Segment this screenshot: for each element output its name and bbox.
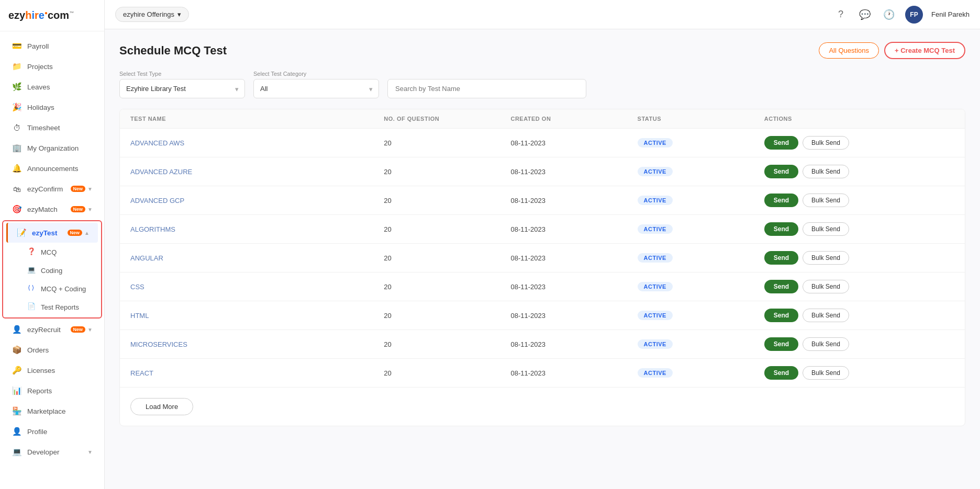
main-content: ezyhire Offerings ▾ ? 💬 🕐 FP Fenil Parek…	[105, 0, 980, 489]
sidebar-item-label: ezyRecruit	[27, 326, 68, 334]
avatar[interactable]: FP	[905, 6, 923, 24]
chevron-down-icon: ▾	[177, 10, 181, 18]
sidebar-item-label: Projects	[27, 63, 93, 71]
cell-actions: Send Bulk Send	[764, 194, 954, 207]
search-input[interactable]	[387, 79, 586, 98]
load-more-button[interactable]: Load More	[130, 398, 193, 415]
bulk-send-button[interactable]: Bulk Send	[803, 194, 849, 207]
send-button[interactable]: Send	[764, 280, 798, 293]
send-button[interactable]: Send	[764, 309, 798, 322]
send-button[interactable]: Send	[764, 337, 798, 351]
all-questions-button[interactable]: All Questions	[819, 42, 879, 59]
send-button[interactable]: Send	[764, 366, 798, 380]
bulk-send-button[interactable]: Bulk Send	[803, 222, 849, 236]
orders-icon: 📦	[12, 345, 22, 355]
col-test-name: TEST NAME	[130, 116, 384, 122]
sidebar-item-orders[interactable]: 📦 Orders	[3, 340, 101, 360]
create-mcq-button[interactable]: + Create MCQ Test	[884, 42, 965, 59]
send-button[interactable]: Send	[764, 194, 798, 207]
cell-status: ACTIVE	[638, 311, 764, 320]
test-category-label: Select Test Category	[253, 71, 379, 77]
bulk-send-button[interactable]: Bulk Send	[803, 280, 849, 293]
send-button[interactable]: Send	[764, 136, 798, 150]
page-header: Schedule MCQ Test All Questions + Create…	[119, 42, 965, 59]
sidebar-item-ezymatch[interactable]: 🎯 ezyMatch New ▼	[3, 199, 101, 219]
history-icon[interactable]: 🕐	[881, 7, 897, 22]
sidebar-item-profile[interactable]: 👤 Profile	[3, 422, 101, 441]
cell-test-name: REACT	[130, 369, 384, 377]
sidebar-item-leaves[interactable]: 🌿 Leaves	[3, 77, 101, 97]
sidebar-item-label: Holidays	[27, 104, 93, 111]
offerings-dropdown[interactable]: ezyhire Offerings ▾	[115, 7, 189, 22]
sidebar-item-label: Reports	[27, 387, 93, 395]
cell-num-questions: 20	[384, 312, 510, 320]
bulk-send-button[interactable]: Bulk Send	[803, 366, 849, 380]
send-button[interactable]: Send	[764, 165, 798, 178]
chevron-down-icon: ▼	[87, 449, 93, 455]
bulk-send-button[interactable]: Bulk Send	[803, 251, 849, 265]
cell-status: ACTIVE	[638, 368, 764, 378]
bulk-send-button[interactable]: Bulk Send	[803, 165, 849, 178]
send-button[interactable]: Send	[764, 251, 798, 265]
cell-status: ACTIVE	[638, 253, 764, 263]
cell-created-on: 08-11-2023	[510, 254, 637, 262]
table-row: ANGULAR 20 08-11-2023 ACTIVE Send Bulk S…	[120, 244, 965, 272]
cell-num-questions: 20	[384, 369, 510, 377]
sidebar-item-developer[interactable]: 💻 Developer ▼	[3, 442, 101, 462]
col-created-on: CREATED ON	[510, 116, 637, 122]
sidebar-item-mcq[interactable]: ❓ MCQ	[6, 243, 98, 261]
filter-row: Select Test Type Ezyhire Library Test Cu…	[119, 71, 965, 98]
help-icon[interactable]: ?	[833, 7, 849, 22]
sidebar-item-mcq-coding[interactable]: ⟨⟩ MCQ + Coding	[6, 280, 98, 298]
sidebar-item-holidays[interactable]: 🎉 Holidays	[3, 97, 101, 117]
cell-created-on: 08-11-2023	[510, 197, 637, 204]
ezymatch-icon: 🎯	[12, 204, 22, 214]
test-type-select[interactable]: Ezyhire Library Test Custom Test	[119, 79, 245, 98]
status-badge: ACTIVE	[638, 368, 673, 378]
sidebar-item-coding[interactable]: 💻 Coding	[6, 261, 98, 279]
ezytest-icon: 📝	[16, 228, 27, 238]
sidebar-item-test-reports[interactable]: 📄 Test Reports	[6, 298, 98, 316]
test-category-select[interactable]: All Programming Cloud Web	[253, 79, 379, 98]
status-badge: ACTIVE	[638, 167, 673, 176]
chevron-down-icon: ▼	[87, 186, 93, 192]
sidebar-item-projects[interactable]: 📁 Projects	[3, 56, 101, 76]
send-button[interactable]: Send	[764, 222, 798, 236]
coding-icon: 💻	[27, 266, 37, 275]
cell-num-questions: 20	[384, 283, 510, 291]
sidebar-item-label: Profile	[27, 428, 93, 436]
cell-created-on: 08-11-2023	[510, 312, 637, 320]
username: Fenil Parekh	[931, 10, 970, 18]
bulk-send-button[interactable]: Bulk Send	[803, 309, 849, 322]
cell-status: ACTIVE	[638, 282, 764, 291]
cell-test-name: ADVANCED GCP	[130, 197, 384, 204]
bulk-send-button[interactable]: Bulk Send	[803, 136, 849, 150]
sidebar-sub-label: Coding	[41, 267, 62, 275]
sidebar-item-ezytest[interactable]: 📝 ezyTest New ▲	[6, 223, 98, 243]
sidebar-item-announcements[interactable]: 🔔 Announcements	[3, 158, 101, 178]
sidebar-item-my-organization[interactable]: 🏢 My Organization	[3, 138, 101, 158]
sidebar-item-timesheet[interactable]: ⏱ Timesheet	[3, 118, 101, 138]
cell-actions: Send Bulk Send	[764, 337, 954, 351]
table-header: TEST NAME NO. OF QUESTION CREATED ON STA…	[120, 109, 965, 129]
reports-icon: 📊	[12, 385, 22, 396]
sidebar-item-payroll[interactable]: 💳 Payroll	[3, 36, 101, 56]
ezytest-section: 📝 ezyTest New ▲ ❓ MCQ 💻 Coding ⟨⟩ MCQ + …	[2, 220, 102, 319]
cell-num-questions: 20	[384, 340, 510, 348]
sidebar-item-ezyconfirm[interactable]: 🛍 ezyConfirm New ▼	[3, 179, 101, 199]
status-badge: ACTIVE	[638, 311, 673, 320]
cell-actions: Send Bulk Send	[764, 251, 954, 265]
bulk-send-button[interactable]: Bulk Send	[803, 337, 849, 351]
sidebar-item-reports[interactable]: 📊 Reports	[3, 381, 101, 401]
sidebar-item-ezyrecruit[interactable]: 👤 ezyRecruit New ▼	[3, 320, 101, 339]
sidebar-item-marketplace[interactable]: 🏪 Marketplace	[3, 401, 101, 421]
sidebar-item-label: My Organization	[27, 144, 93, 152]
sidebar-sub-label: Test Reports	[41, 303, 79, 311]
cell-created-on: 08-11-2023	[510, 168, 637, 176]
sidebar-item-label: Leaves	[27, 83, 93, 91]
ezytest-submenu: ❓ MCQ 💻 Coding ⟨⟩ MCQ + Coding 📄 Test Re…	[3, 243, 101, 316]
table-row: ALGORITHMS 20 08-11-2023 ACTIVE Send Bul…	[120, 215, 965, 244]
chat-icon[interactable]: 💬	[857, 7, 873, 22]
sidebar-item-label: Orders	[27, 346, 93, 354]
sidebar-item-licenses[interactable]: 🔑 Licenses	[3, 360, 101, 380]
